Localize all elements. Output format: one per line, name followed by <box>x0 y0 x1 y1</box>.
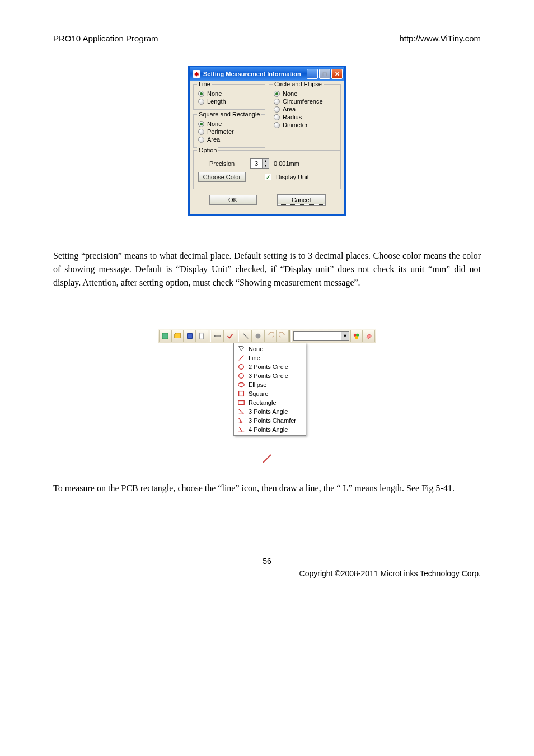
dd-2pcircle[interactable]: 2 Points Circle <box>234 362 306 371</box>
legend-option: Option <box>197 147 218 153</box>
radio-sq-perimeter[interactable] <box>198 129 204 135</box>
page-number: 56 <box>53 557 481 566</box>
svg-rect-1 <box>188 334 193 339</box>
radio-label: Diameter <box>283 122 308 128</box>
svg-rect-16 <box>238 401 245 405</box>
radio-ci-diameter[interactable] <box>274 122 280 128</box>
radio-line-length[interactable] <box>198 99 204 105</box>
svg-line-11 <box>239 356 244 361</box>
tool-btn-2[interactable] <box>171 330 184 342</box>
svg-point-12 <box>239 365 244 370</box>
dd-rectangle[interactable]: Rectangle <box>234 398 306 407</box>
dd-3pangle[interactable]: 3 Points Angle <box>234 407 306 416</box>
dd-4pangle[interactable]: 4 Points Angle <box>234 425 306 434</box>
group-line: Line None Length <box>193 84 265 110</box>
ok-button[interactable]: OK <box>209 195 257 205</box>
tool-btn-3[interactable] <box>184 330 196 342</box>
legend-line: Line <box>197 81 212 87</box>
header-right: http://www.ViTiny.com <box>399 34 481 43</box>
group-circle: Circle and Ellipse None Circumference Ar… <box>269 84 341 150</box>
radio-line-none[interactable] <box>198 91 204 97</box>
radio-label: None <box>207 120 222 127</box>
app-icon: ✱ <box>193 70 200 78</box>
tool-btn-1[interactable] <box>159 330 171 342</box>
measurement-dropdown[interactable]: None Line 2 Points Circle 3 Points Circl… <box>233 343 306 436</box>
body-paragraph-1: Setting “precision” means to what decima… <box>53 249 481 290</box>
tool-btn-color[interactable] <box>350 330 363 342</box>
display-unit-label: Display Unit <box>276 174 309 180</box>
header-left: PRO10 Application Program <box>53 34 158 43</box>
cancel-button[interactable]: Cancel <box>278 195 325 205</box>
radio-label: Area <box>207 136 220 143</box>
radio-label: Radius <box>283 114 302 120</box>
dd-3pchamfer[interactable]: 3 Points Chamfer <box>234 416 306 425</box>
svg-point-14 <box>238 383 245 387</box>
close-button[interactable]: ✕ <box>331 69 343 79</box>
radio-ci-circ[interactable] <box>274 99 280 105</box>
tool-btn-4[interactable] <box>196 330 208 342</box>
precision-unit: 0.001mm <box>274 160 299 167</box>
display-unit-checkbox[interactable]: ✓ <box>265 174 271 180</box>
radio-label: Circumference <box>283 98 323 105</box>
dialog-titlebar: ✱ Setting Measurement Information _ □ ✕ <box>190 67 344 81</box>
svg-point-7 <box>256 334 261 339</box>
legend-square: Square and Rectangle <box>197 111 261 118</box>
svg-rect-2 <box>200 333 204 339</box>
radio-sq-none[interactable] <box>198 121 204 127</box>
tool-btn-undo[interactable] <box>264 330 277 342</box>
svg-line-6 <box>243 334 249 339</box>
toolbar: ▼ <box>158 329 376 343</box>
footer-copyright: Copyright ©2008-2011 MicroLinks Technolo… <box>53 569 481 578</box>
svg-line-17 <box>263 455 271 463</box>
radio-label: Length <box>207 98 226 105</box>
radio-label: Area <box>283 106 296 113</box>
radio-sq-area[interactable] <box>198 137 204 143</box>
radio-ci-area[interactable] <box>274 106 280 113</box>
dd-3pcircle[interactable]: 3 Points Circle <box>234 371 306 380</box>
precision-value: 3 <box>251 159 262 168</box>
svg-point-10 <box>355 336 358 339</box>
precision-spinner[interactable]: 3 ▲▼ <box>250 158 269 169</box>
dd-line[interactable]: Line <box>234 353 306 362</box>
body-paragraph-2: To measure on the PCB rectangle, choose … <box>53 482 481 495</box>
dialog-title: Setting Measurement Information <box>203 71 301 77</box>
dd-ellipse[interactable]: Ellipse <box>234 380 306 389</box>
tool-btn-eraser[interactable] <box>363 330 375 342</box>
svg-rect-0 <box>162 333 168 339</box>
tool-btn-redo[interactable] <box>277 330 289 342</box>
tool-btn-cursor[interactable] <box>240 330 252 342</box>
radio-label: None <box>207 90 222 97</box>
tool-btn-check[interactable] <box>224 330 236 342</box>
legend-circle: Circle and Ellipse <box>273 81 324 87</box>
maximize-button: □ <box>319 69 330 79</box>
tool-btn-ruler[interactable] <box>212 330 224 342</box>
precision-label: Precision <box>198 160 246 167</box>
svg-point-13 <box>239 374 244 379</box>
group-square: Square and Rectangle None Perimeter Area <box>193 114 265 148</box>
radio-label: None <box>283 90 297 97</box>
toolbar-combo[interactable]: ▼ <box>293 331 349 341</box>
choose-color-button[interactable]: Choose Color <box>198 172 246 182</box>
tool-btn-disc[interactable] <box>252 330 264 342</box>
svg-rect-15 <box>239 391 244 396</box>
radio-ci-none[interactable] <box>274 91 280 97</box>
line-tool-icon <box>53 452 481 465</box>
minimize-button[interactable]: _ <box>307 69 318 79</box>
settings-dialog: ✱ Setting Measurement Information _ □ ✕ … <box>188 66 346 216</box>
radio-ci-radius[interactable] <box>274 114 280 120</box>
dd-none[interactable]: None <box>234 344 306 353</box>
group-option: Option Precision 3 ▲▼ 0.001mm Choose Col… <box>193 150 341 189</box>
radio-label: Perimeter <box>207 128 234 135</box>
dd-square[interactable]: Square <box>234 389 306 398</box>
